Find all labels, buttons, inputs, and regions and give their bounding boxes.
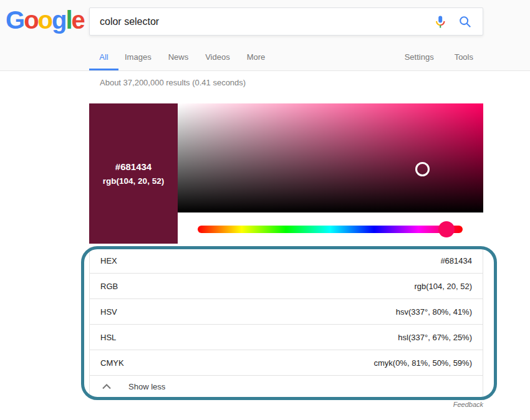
gradient-cursor-ring[interactable] — [415, 162, 430, 176]
settings-button[interactable]: Settings — [405, 52, 434, 62]
table-row-hsv: HSV hsv(337°, 80%, 41%) — [90, 298, 483, 324]
color-swatch-panel: #681434 rgb(104, 20, 52) — [89, 103, 178, 244]
row-label: HEX — [100, 256, 117, 265]
chevron-up-icon — [102, 384, 111, 389]
table-row-rgb: RGB rgb(104, 20, 52) — [90, 273, 483, 298]
row-value: cmyk(0%, 81%, 50%, 59%) — [373, 358, 472, 368]
search-submit-button[interactable] — [458, 14, 473, 29]
search-input[interactable] — [100, 8, 424, 35]
show-less-button[interactable]: Show less — [90, 375, 483, 398]
row-value: hsv(337°, 80%, 41%) — [396, 307, 472, 317]
logo-letter: l — [65, 6, 71, 34]
logo-letter: o — [38, 6, 52, 34]
voice-search-button[interactable] — [433, 14, 448, 29]
saturation-value-gradient[interactable] — [178, 103, 483, 212]
search-header: Google All Images News — [0, 0, 530, 71]
table-row-cmyk: CMYK cmyk(0%, 81%, 50%, 59%) — [90, 350, 483, 375]
feedback-link[interactable]: Feedback — [359, 401, 483, 408]
logo-letter: o — [24, 6, 37, 34]
logo-letter: g — [52, 6, 65, 34]
color-values-table: HEX #681434 RGB rgb(104, 20, 52) HSV hsv… — [89, 247, 483, 398]
result-type-tabs: All Images News Videos More — [89, 44, 282, 70]
row-value: rgb(104, 20, 52) — [414, 282, 472, 291]
row-label: CMYK — [100, 358, 124, 368]
table-row-hex: HEX #681434 — [90, 247, 483, 273]
search-box — [89, 7, 483, 36]
hue-slider-handle[interactable] — [438, 221, 455, 237]
microphone-icon — [433, 15, 447, 29]
row-value: hsl(337°, 67%, 25%) — [398, 333, 472, 342]
table-row-hsl: HSL hsl(337°, 67%, 25%) — [90, 324, 483, 350]
tab-more[interactable]: More — [247, 52, 266, 62]
google-search-page: Google All Images News — [0, 0, 530, 420]
google-logo[interactable]: Google — [6, 6, 84, 34]
tab-videos[interactable]: Videos — [205, 52, 230, 62]
tab-all[interactable]: All — [89, 52, 118, 62]
row-value: #681434 — [440, 256, 472, 265]
active-tab-underline — [89, 69, 118, 70]
swatch-rgb-value: rgb(104, 20, 52) — [103, 176, 164, 186]
tools-button[interactable]: Tools — [455, 52, 473, 62]
results-stats: About 37,200,000 results (0.41 seconds) — [100, 78, 246, 87]
tab-images[interactable]: Images — [125, 52, 152, 62]
row-label: RGB — [100, 282, 118, 291]
header-right-menu: Settings Tools — [405, 44, 473, 70]
logo-letter: G — [6, 6, 24, 34]
search-icon — [458, 15, 472, 29]
show-less-label: Show less — [128, 382, 165, 391]
hue-slider[interactable] — [198, 226, 463, 233]
swatch-hex-value: #681434 — [115, 161, 152, 172]
row-label: HSL — [100, 333, 116, 342]
row-label: HSV — [100, 307, 117, 317]
logo-letter: e — [72, 6, 84, 34]
tab-news[interactable]: News — [168, 52, 189, 62]
